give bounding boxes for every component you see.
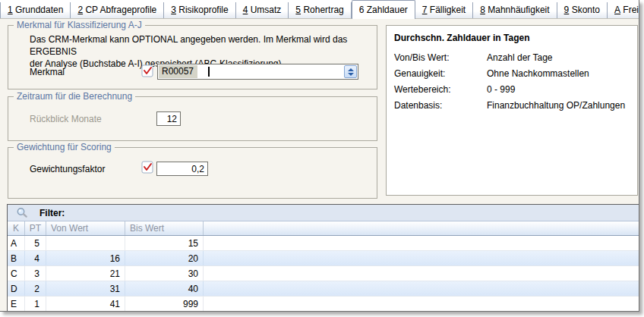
group-classification: Merkmal für Klassifizierung A-J Das CRM-… <box>8 25 377 89</box>
cell-a-pt: 5 <box>25 236 46 250</box>
cell-c-pt: 3 <box>25 266 46 281</box>
group-period: Zeitraum für die Berechnung Rückblick Mo… <box>8 96 377 141</box>
tab-6-zahldauer[interactable]: 6 Zahldauer <box>352 0 415 19</box>
tab-9-skonto[interactable]: 9 Skonto <box>557 2 608 18</box>
tab-label: Rohertrag <box>301 5 344 15</box>
tab-a-frei-1[interactable]: A Frei 1 <box>608 2 639 18</box>
group-period-title: Zeitraum für die Berechnung <box>14 91 135 102</box>
cell-filler <box>204 281 639 296</box>
tab-1-grunddaten[interactable]: 1 Grunddaten <box>0 2 71 18</box>
gewichtungsfaktor-label: Gewichtungsfaktor <box>30 164 105 174</box>
spin-down-icon[interactable] <box>348 73 354 76</box>
column-header-pt[interactable]: PT <box>25 221 46 235</box>
tab-4-umsatz[interactable]: 4 Umsatz <box>236 2 289 18</box>
merkmal-input[interactable]: R00057 <box>157 64 358 80</box>
info-row-value: Anzahl der Tage <box>487 52 553 63</box>
validation-check-icon[interactable] <box>141 161 154 174</box>
cell-b-von: 16 <box>46 251 125 265</box>
cell-a-von <box>46 236 125 250</box>
info-row-value: Finanzbuchhaltung OP/Zahlungen <box>487 100 625 111</box>
tab-mnemonic: 8 <box>480 5 485 15</box>
cell-filler <box>204 251 639 265</box>
cell-b-pt: 4 <box>25 251 46 265</box>
filter-label: Filter: <box>39 208 65 218</box>
validation-check-icon[interactable] <box>141 64 154 77</box>
rueckblick-monate-field[interactable]: 12 <box>156 111 181 126</box>
info-row-label: Datenbasis: <box>394 100 442 111</box>
info-row-label: Von/Bis Wert: <box>394 52 449 63</box>
tab-2-cp-abfrageprofile[interactable]: 2 CP Abfrageprofile <box>71 2 164 18</box>
group-weighting: Gewichtung für Scoring Gewichtungsfaktor… <box>8 147 377 199</box>
cell-d-bis: 40 <box>125 281 204 296</box>
tab-mnemonic: 3 <box>171 5 176 15</box>
cell-c-k: C <box>8 266 25 281</box>
info-row-label: Wertebereich: <box>394 84 450 95</box>
spinner-up-down-icon[interactable] <box>344 65 357 78</box>
column-header-von-wert[interactable]: Von Wert <box>46 221 125 235</box>
cell-c-von: 21 <box>46 266 125 281</box>
table-row-b[interactable]: B41620 <box>8 251 639 266</box>
tab-strip: 1 Grunddaten2 CP Abfrageprofile3 Risikop… <box>0 0 639 19</box>
text-caret <box>208 67 210 77</box>
filter-bar: Filter: <box>8 205 639 221</box>
table-row-c[interactable]: C32130 <box>8 266 639 281</box>
group-weighting-title: Gewichtung für Scoring <box>14 142 115 152</box>
cell-c-bis: 30 <box>125 266 204 281</box>
info-row-value: Ohne Nachkommastellen <box>487 68 589 79</box>
tab-label: Mahnhäufigkeit <box>485 5 550 15</box>
table-row-a[interactable]: A515 <box>8 236 639 251</box>
tab-label: Umsatz <box>248 5 281 15</box>
gewichtungsfaktor-field[interactable]: 0,2 <box>156 162 208 176</box>
tab-mnemonic: 1 <box>8 5 13 15</box>
column-header-k[interactable]: K <box>8 221 25 235</box>
cell-e-pt: 1 <box>25 297 46 311</box>
tab-label: Fälligkeit <box>428 5 466 15</box>
merkmal-value-chip: R00057 <box>159 65 197 78</box>
cell-b-bis: 20 <box>125 251 204 265</box>
cell-filler <box>204 266 639 281</box>
app-window: 1 Grunddaten2 CP Abfrageprofile3 Risikop… <box>0 0 644 317</box>
tab-8-mahnh-ufigkeit[interactable]: 8 Mahnhäufigkeit <box>473 2 557 18</box>
spin-up-icon[interactable] <box>348 68 354 71</box>
cell-d-von: 31 <box>46 281 125 296</box>
cell-a-bis: 15 <box>125 236 204 250</box>
merkmal-label: Merkmal <box>30 67 65 77</box>
table-header-row: KPTVon WertBis Wert <box>8 221 639 236</box>
tab-label: Grunddaten <box>13 5 64 15</box>
classification-table-panel: Filter: KPTVon WertBis Wert A515B41620C3… <box>7 204 639 312</box>
tab-dialog: 1 Grunddaten2 CP Abfrageprofile3 Risikop… <box>0 0 639 312</box>
cell-a-k: A <box>8 236 25 250</box>
cell-e-von: 41 <box>46 297 125 311</box>
cell-b-k: B <box>8 251 25 265</box>
magnifier-icon[interactable] <box>16 207 28 219</box>
tab-mnemonic: 7 <box>422 5 428 15</box>
tab-label: Skonto <box>569 5 600 15</box>
tab-label: Risikoprofile <box>176 5 229 15</box>
group-classification-title: Merkmal für Klassifizierung A-J <box>14 20 145 30</box>
tab-7-f-lligkeit[interactable]: 7 Fälligkeit <box>415 2 473 18</box>
tab-3-risikoprofile[interactable]: 3 Risikoprofile <box>164 2 235 18</box>
table-row-d[interactable]: D23140 <box>8 281 639 297</box>
tab-5-rohertrag[interactable]: 5 Rohertrag <box>289 2 351 18</box>
cell-e-bis: 999 <box>125 297 204 311</box>
tab-label: Frei 1 <box>620 5 639 15</box>
tab-label: CP Abfrageprofile <box>83 5 156 15</box>
info-panel-title: Durchschn. Zahldauer in Tagen <box>394 33 529 43</box>
rueckblick-monate-label: Rückblick Monate <box>30 114 102 124</box>
cell-d-pt: 2 <box>25 281 46 296</box>
cell-filler <box>204 297 639 311</box>
cell-d-k: D <box>8 281 25 296</box>
tab-label: Zahldauer <box>364 5 407 15</box>
column-header-bis-wert[interactable]: Bis Wert <box>125 221 204 235</box>
info-panel-zahldauer: Durchschn. Zahldauer in Tagen Von/Bis We… <box>386 25 638 196</box>
table-row-e[interactable]: E141999 <box>8 297 639 312</box>
cell-e-k: E <box>8 297 25 311</box>
tab-mnemonic: A <box>614 5 620 15</box>
info-row-label: Genauigkeit: <box>394 68 445 79</box>
column-header-filler <box>204 221 639 235</box>
info-row-value: 0 - 999 <box>487 84 515 95</box>
cell-filler <box>204 236 639 250</box>
